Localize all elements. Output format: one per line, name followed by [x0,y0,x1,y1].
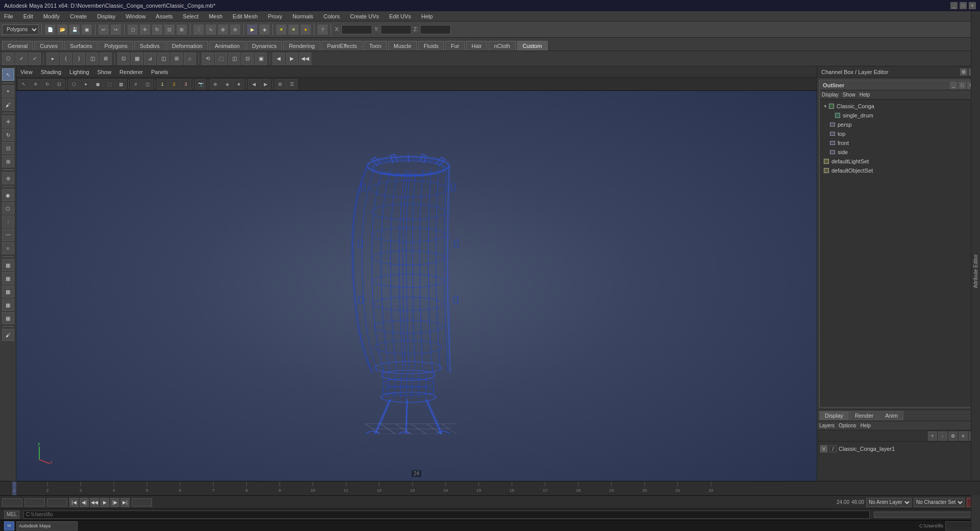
shelf-icon-6[interactable]: ⟩ [73,53,85,65]
outliner-maximize-btn[interactable]: □ [959,82,966,89]
snap-curve-btn[interactable]: ∿ [205,24,216,35]
z-input[interactable] [420,25,451,34]
go-to-start-btn[interactable]: |◀ [69,498,79,507]
vi-scale-btn[interactable]: ⊡ [54,79,65,89]
outliner-item-top[interactable]: top [821,129,976,138]
select-tool-btn[interactable]: ↖ [2,68,14,81]
taskbar-maya-btn[interactable]: Autodesk Maya [16,521,78,530]
snap-view-btn[interactable]: ⊘ [230,24,241,35]
layer-memberships-btn[interactable]: ≡ [959,431,968,441]
step-back-btn[interactable]: ◀| [80,498,89,507]
shelf-tab-muscle[interactable]: Muscle [388,41,417,51]
soft-mod-btn[interactable]: ◉ [2,189,14,201]
shelf-icon-13[interactable]: ⊞ [170,53,183,65]
menu-proxy[interactable]: Proxy [266,12,284,20]
shelf-tab-polygons[interactable]: Polygons [99,41,133,51]
undo-btn[interactable]: ↩ [98,24,109,35]
lattice-btn[interactable]: ⋮ [2,215,14,228]
display-layer5-btn[interactable]: ▦ [2,312,14,324]
view-menu[interactable]: View [18,68,35,76]
display-layer4-btn[interactable]: ▦ [2,299,14,311]
vi-next-frame-btn[interactable]: ▶ [260,79,271,89]
menu-edit[interactable]: Edit [21,12,35,20]
layers-menu[interactable]: Layers [819,423,835,428]
shelf-tab-dynamics[interactable]: Dynamics [247,41,282,51]
vi-snap-camera-btn[interactable]: ⊕ [210,79,221,89]
menu-normals[interactable]: Normals [290,12,315,20]
shelf-icon-16[interactable]: ⬚ [215,53,227,65]
menu-select[interactable]: Select [181,12,201,20]
display-layer2-btn[interactable]: ▦ [2,272,14,284]
shelf-tab-surfaces[interactable]: Surfaces [64,41,97,51]
lighting-menu[interactable]: Lighting [67,68,91,76]
paint-btn[interactable]: 🖌 [2,329,14,341]
vi-textured-btn[interactable]: ▦ [115,79,127,89]
current-frame-input[interactable]: 1.00 [24,498,45,506]
shelf-icon-11[interactable]: ⊿ [144,53,156,65]
sculpt-btn[interactable]: ⬡ [2,202,14,214]
vi-display-2-btn[interactable]: 2 [168,79,180,89]
shelf-tab-general[interactable]: General [2,41,33,51]
move-tool-btn[interactable]: ✛ [2,115,14,128]
outliner-item-classic-conga[interactable]: ▼ Classic_Conga [821,102,976,111]
menu-assets[interactable]: Assets [154,12,175,20]
shelf-tab-subdivs[interactable]: Subdivs [134,41,165,51]
vi-film-gate-btn[interactable]: ◫ [142,79,153,89]
outliner-item-front[interactable]: front [821,138,976,148]
play-back-btn[interactable]: ◀◀ [90,498,99,507]
outliner-help-menu[interactable]: Help [860,92,870,98]
vi-grid-btn[interactable]: # [130,79,141,89]
save-file-btn[interactable]: 💾 [69,24,80,35]
renderer-menu[interactable]: Renderer [117,68,145,76]
menu-mesh[interactable]: Mesh [207,12,225,20]
paint-select-btn[interactable]: 🖌 [2,99,14,111]
range-end-input[interactable]: 24 [132,498,152,506]
anim-layer-dropdown[interactable]: No Anim Layer [866,498,912,507]
show-manips-btn[interactable]: ⊛ [2,172,14,184]
outliner-item-side[interactable]: side [821,148,976,157]
shelf-icon-5[interactable]: ⟨ [60,53,72,65]
y-input[interactable] [381,25,411,34]
redo-btn[interactable]: ↪ [110,24,121,35]
shelf-icon-3[interactable]: ✓ [29,53,41,65]
viewport-canvas[interactable]: y x 24 [16,91,817,481]
command-line-input[interactable] [23,511,870,519]
help-btn[interactable]: ? [317,24,328,35]
vi-select-btn[interactable]: ↖ [18,79,30,89]
select-btn[interactable]: ◻ [127,24,138,35]
snap-point-btn[interactable]: ⊕ [217,24,229,35]
window-controls[interactable]: _ □ × [950,2,976,9]
vi-bookmarks-btn[interactable]: ★ [233,79,244,89]
shelf-tab-painteffects[interactable]: PaintEffects [322,41,363,51]
maximize-btn[interactable]: □ [960,2,967,9]
menu-edit-mesh[interactable]: Edit Mesh [231,12,260,20]
show-menu[interactable]: Show [95,68,114,76]
timeline-svg[interactable]: 1 2 3 4 5 6 7 8 9 [0,481,980,495]
shelf-tab-fur[interactable]: Fur [445,41,465,51]
step-forward-btn[interactable]: |▶ [110,498,119,507]
shelf-icon-4[interactable]: ▸ [46,53,59,65]
shelf-tab-custom[interactable]: Custom [517,41,548,51]
wire-btn[interactable]: 〰 [2,229,14,241]
shelf-icon-12[interactable]: ◫ [157,53,169,65]
shading-menu[interactable]: Shading [39,68,63,76]
shelf-tab-ncloth[interactable]: nCloth [488,41,516,51]
channel-box-settings-btn[interactable]: ⚙ [960,68,967,76]
shelf-icon-1[interactable]: ⬡ [2,53,14,65]
vi-display-3-btn[interactable]: 3 [180,79,191,89]
menu-edit-uvs[interactable]: Edit UVs [387,12,413,20]
outliner-show-menu[interactable]: Show [843,92,855,98]
outliner-item-default-object-set[interactable]: defaultObjectSet [821,166,976,175]
rotate-btn[interactable]: ↻ [152,24,163,35]
play-forward-btn[interactable]: ▶ [100,498,109,507]
outliner-display-menu[interactable]: Display [822,92,839,98]
vi-smooth-btn[interactable]: ● [80,79,91,89]
vi-toggle-panel-btn[interactable]: ☰ [286,79,298,89]
vi-rotate-btn[interactable]: ↻ [42,79,53,89]
vi-bounding-btn[interactable]: ⬚ [104,79,115,89]
layer-options-btn[interactable]: ⚙ [948,431,958,441]
layer-delete-btn[interactable]: - [938,431,947,441]
display-layer-btn[interactable]: ▦ [2,259,14,271]
shelf-icon-9[interactable]: ⊡ [117,53,130,65]
lasso-tool-btn[interactable]: ⌖ [2,85,14,98]
